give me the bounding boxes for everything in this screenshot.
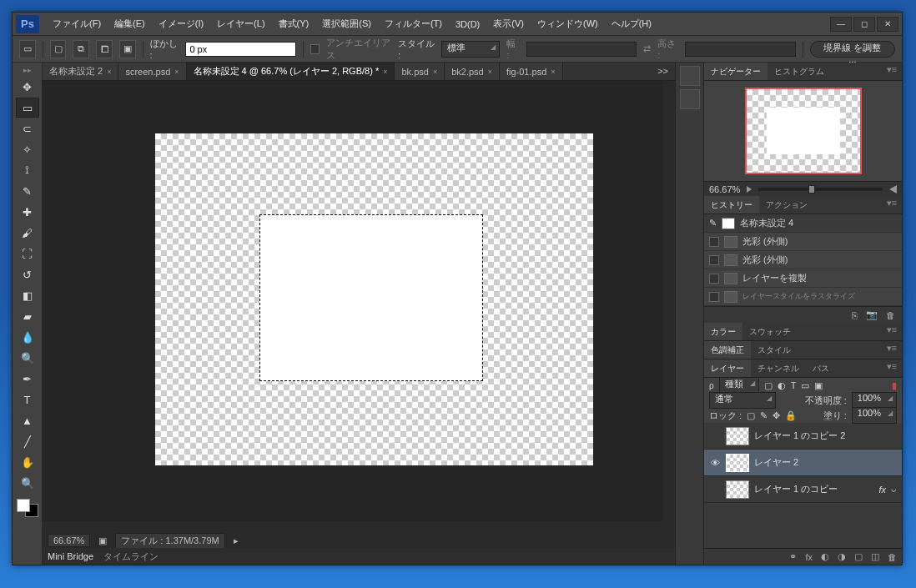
tab-doc-3[interactable]: 名称未設定 4 @ 66.7% (レイヤー 2, RGB/8) *×: [187, 63, 395, 80]
menu-edit[interactable]: 編集(E): [108, 14, 152, 33]
line-tool[interactable]: ╱: [16, 431, 39, 451]
eraser-tool[interactable]: ◧: [16, 285, 39, 305]
swap-wh-icon[interactable]: ⇄: [643, 43, 651, 54]
zoom-in-icon[interactable]: [889, 185, 897, 193]
window-close[interactable]: ✕: [877, 17, 898, 32]
selection-new-icon[interactable]: ▢: [50, 40, 67, 58]
filter-smart-icon[interactable]: ▣: [814, 380, 823, 391]
window-minimize[interactable]: —: [830, 17, 852, 32]
opacity-input[interactable]: 100%: [852, 392, 897, 409]
camera-icon[interactable]: 📷: [866, 309, 878, 320]
healing-tool[interactable]: ✚: [16, 202, 39, 222]
zoom-out-icon[interactable]: [747, 186, 752, 193]
filter-toggle[interactable]: ▮: [892, 380, 897, 391]
menu-type[interactable]: 書式(Y): [272, 14, 316, 33]
hand-tool[interactable]: ✋: [16, 452, 39, 472]
tab-doc-6[interactable]: fig-01.psd×: [500, 63, 563, 80]
type-tool[interactable]: T: [16, 389, 39, 410]
mask-icon[interactable]: ◐: [821, 551, 829, 562]
channels-tab[interactable]: チャンネル: [751, 359, 806, 377]
swatches-tab[interactable]: スウォッチ: [742, 323, 798, 340]
panel-icon-1[interactable]: [680, 66, 700, 86]
tab-doc-5[interactable]: bk2.psd×: [445, 63, 500, 80]
stamp-tool[interactable]: ⛶: [16, 244, 39, 264]
history-item[interactable]: レイヤーを複製: [704, 269, 902, 288]
actions-tab[interactable]: アクション: [759, 196, 814, 214]
nav-zoom-value[interactable]: 66.67%: [709, 184, 740, 194]
paths-tab[interactable]: パス: [806, 359, 836, 377]
pen-tool[interactable]: ✒: [16, 369, 39, 389]
history-item[interactable]: 光彩 (外側): [704, 251, 902, 269]
menu-window[interactable]: ウィンドウ(W): [531, 14, 605, 33]
width-input[interactable]: [526, 42, 637, 57]
panel-menu-icon[interactable]: ▾≡: [882, 323, 902, 340]
menu-view[interactable]: 表示(V): [486, 14, 531, 33]
scrollbar-vertical[interactable]: [663, 81, 675, 533]
menu-3d[interactable]: 3D(D): [449, 16, 486, 33]
height-input[interactable]: [685, 42, 796, 57]
brush-tool[interactable]: 🖌: [16, 223, 39, 243]
blend-mode-select[interactable]: 通常: [709, 392, 776, 409]
fill-input[interactable]: 100%: [852, 407, 897, 424]
color-tab[interactable]: カラー: [704, 323, 742, 340]
group-icon[interactable]: ▢: [854, 551, 863, 562]
menu-select[interactable]: 選択範囲(S): [315, 14, 378, 33]
timeline-tab[interactable]: タイムライン: [103, 550, 159, 563]
menu-filter[interactable]: フィルター(T): [378, 14, 449, 33]
layers-tab[interactable]: レイヤー: [704, 359, 751, 377]
navigator-tab[interactable]: ナビゲーター: [704, 63, 768, 80]
lock-move-icon[interactable]: ✥: [773, 410, 780, 421]
window-maximize[interactable]: ◻: [853, 17, 875, 32]
menu-help[interactable]: ヘルプ(H): [605, 14, 658, 33]
fg-bg-colors[interactable]: [15, 497, 40, 519]
marquee-tool-dropdown-icon[interactable]: ▭: [19, 40, 36, 58]
history-item[interactable]: 光彩 (外側): [704, 233, 902, 251]
zoom-field[interactable]: 66.67%: [48, 534, 90, 547]
menu-image[interactable]: イメージ(I): [152, 14, 210, 33]
adjustment-icon[interactable]: ◑: [838, 551, 846, 562]
link-icon[interactable]: ⚭: [789, 551, 797, 562]
new-layer-icon[interactable]: ◫: [871, 551, 879, 562]
tabs-overflow[interactable]: >>: [651, 63, 675, 80]
filter-pixel-icon[interactable]: ▢: [764, 380, 773, 391]
layer-item[interactable]: レイヤー 1 のコピー 2: [704, 423, 902, 450]
placeholder-icon[interactable]: ▣: [98, 535, 107, 546]
trash-icon[interactable]: 🗑: [888, 552, 897, 562]
move-tool[interactable]: ✥: [16, 77, 39, 97]
blur-tool[interactable]: 💧: [16, 327, 39, 347]
close-icon[interactable]: ×: [551, 68, 555, 76]
layer-item[interactable]: レイヤー 1 のコピーfx⌵: [704, 476, 902, 503]
lock-all-icon[interactable]: 🔒: [785, 410, 797, 421]
filter-shape-icon[interactable]: ▭: [801, 380, 809, 391]
selection-intersect-icon[interactable]: ▣: [119, 40, 136, 58]
chevron-icon[interactable]: ⌵: [891, 484, 897, 495]
lasso-tool[interactable]: ⊂: [16, 118, 39, 138]
menu-layer[interactable]: レイヤー(L): [210, 14, 271, 33]
marquee-tool[interactable]: ▭: [16, 98, 39, 118]
magic-wand-tool[interactable]: ✧: [16, 139, 39, 159]
tool-collapse-icon[interactable]: ▸▸: [23, 66, 32, 74]
panel-menu-icon[interactable]: ▾≡: [882, 63, 902, 80]
tab-doc-4[interactable]: bk.psd×: [395, 63, 445, 80]
gradient-tool[interactable]: ▰: [16, 306, 39, 326]
layer-filter-kind[interactable]: 種類: [719, 377, 759, 394]
panel-icon-2[interactable]: [680, 89, 700, 109]
panel-menu-icon[interactable]: ▾≡: [882, 341, 902, 359]
styles-tab[interactable]: スタイル: [751, 341, 798, 359]
filter-type-icon[interactable]: T: [791, 380, 797, 390]
close-icon[interactable]: ×: [433, 68, 437, 76]
panel-menu-icon[interactable]: ▾≡: [882, 359, 902, 377]
feather-input[interactable]: [185, 42, 296, 57]
history-tab[interactable]: ヒストリー: [704, 196, 759, 214]
zoom-tool[interactable]: 🔍: [16, 473, 39, 493]
path-select-tool[interactable]: ▲: [16, 410, 39, 430]
visibility-icon[interactable]: 👁: [709, 458, 721, 468]
lock-pixels-icon[interactable]: ▢: [747, 410, 755, 421]
selection-add-icon[interactable]: ⧉: [73, 40, 89, 58]
navigator-preview[interactable]: [745, 88, 862, 174]
history-snapshot[interactable]: ✎名称未設定 4: [704, 214, 902, 233]
close-icon[interactable]: ×: [488, 68, 492, 76]
app-logo[interactable]: Ps: [16, 15, 39, 33]
dodge-tool[interactable]: 🔍: [16, 348, 39, 368]
selection-subtract-icon[interactable]: ⧠: [96, 40, 113, 58]
